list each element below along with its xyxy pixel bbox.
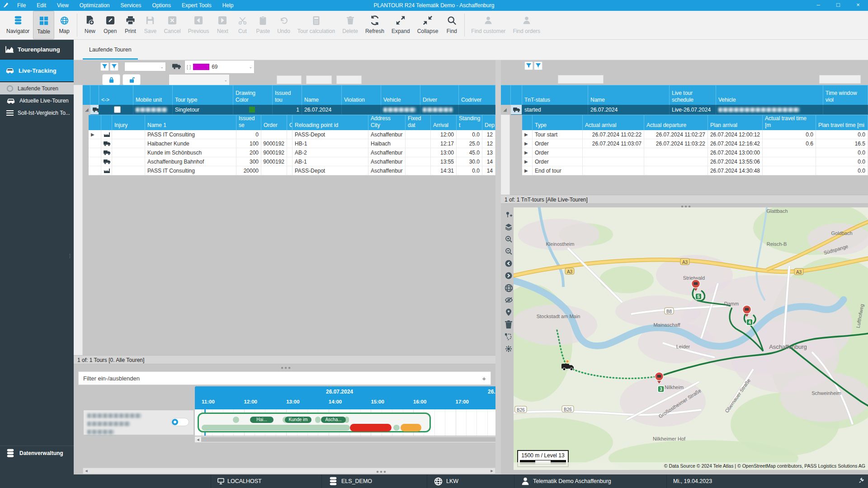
map-tool-settings-icon[interactable]	[505, 345, 513, 353]
gantt-stop-pill[interactable]: Ascha...	[321, 417, 346, 423]
column-filter-dropdown[interactable]: ⌄	[169, 74, 230, 85]
menu-file[interactable]: File	[12, 0, 31, 11]
filter-box[interactable]	[819, 75, 861, 84]
column-header[interactable]: TnT-status	[522, 85, 588, 105]
tour-checkbox[interactable]	[114, 106, 121, 113]
map-tool-hide-layers-icon[interactable]	[505, 296, 513, 304]
column-header[interactable]: Arrival	[431, 115, 457, 130]
map-tool-globe-icon[interactable]	[505, 284, 513, 292]
gantt-tour-bar[interactable]: Hai...Kunde imAscha...	[198, 413, 431, 432]
menu-edit[interactable]: Edit	[31, 0, 52, 11]
expand-icon[interactable]: ▶	[524, 168, 528, 173]
action-button-expand[interactable]: Expand	[388, 11, 414, 39]
event-row[interactable]: ▶Tour start26.07.2024 11:02:2226.07.2024…	[522, 130, 868, 139]
lock-button[interactable]	[102, 74, 120, 85]
column-header[interactable]: Name	[588, 85, 670, 105]
expand-icon[interactable]: ▶	[524, 132, 528, 137]
sidebar-item-live-tracking[interactable]: Live-Tracking	[0, 60, 74, 82]
event-row[interactable]: ▶Order26.07.2024 11:03:0726.07.2024 11:0…	[522, 139, 868, 148]
action-button-open[interactable]: Open	[100, 11, 120, 39]
sidebar-item-aktuelle-live-touren[interactable]: Aktuelle Live-Touren	[0, 94, 74, 107]
column-header[interactable]	[89, 115, 101, 130]
map-canvas[interactable]: GlattbachGoldbachKleinostheimReisch-BSüd…	[514, 207, 868, 470]
close-button[interactable]: ×	[848, 0, 868, 11]
action-button-find[interactable]: Find	[442, 11, 462, 39]
column-header[interactable]: Vehicle	[716, 85, 823, 105]
expanded-icon[interactable]: ◢	[85, 107, 89, 112]
column-header[interactable]: Address City	[368, 115, 406, 130]
column-header[interactable]: Plan arrival	[708, 115, 763, 130]
action-button-refresh[interactable]: Refresh	[362, 11, 388, 39]
filter-check-icon[interactable]	[100, 62, 109, 71]
expand-icon[interactable]: ▶	[524, 159, 528, 164]
sidebar-item-datenverwaltung[interactable]: Datenverwaltung	[0, 446, 74, 460]
gantt-scrollbar[interactable]: ◄	[195, 436, 495, 442]
gantt-stop-pill[interactable]: Hai...	[250, 417, 274, 423]
horizontal-splitter[interactable]: ●●●	[268, 365, 304, 370]
filter-box[interactable]	[558, 75, 604, 84]
column-header[interactable]: Type	[533, 115, 583, 130]
tour-filter-dropdown[interactable]: ⌄	[124, 62, 166, 71]
map-tool-polygon-select-icon[interactable]	[505, 333, 513, 341]
expand-icon[interactable]: ▶	[524, 141, 528, 146]
column-header[interactable]: Drawing Color	[233, 85, 273, 105]
expanded-icon[interactable]: ◢	[503, 107, 507, 112]
column-header[interactable]: <->	[99, 85, 133, 105]
column-header[interactable]: Plan travel time [mi	[816, 115, 868, 130]
column-header[interactable]: Issued se	[236, 115, 261, 130]
gantt-stop-pill[interactable]: Kunde im	[285, 417, 311, 423]
sidebar-grip[interactable]: ⋮	[67, 253, 73, 259]
view-button-navigator[interactable]: Navigator	[3, 11, 33, 39]
unlock-button[interactable]	[123, 74, 141, 85]
event-row[interactable]: ▶End of tour26.07.2024 14:30:480.0	[522, 166, 868, 175]
map-tool-poi-icon[interactable]	[505, 308, 513, 316]
column-header[interactable]	[522, 115, 533, 130]
view-button-table[interactable]: Table	[33, 11, 54, 39]
expand-icon[interactable]: ▶	[91, 132, 94, 137]
column-header[interactable]	[501, 85, 511, 105]
column-header[interactable]: Live tour schedule	[670, 85, 716, 105]
column-header[interactable]	[90, 85, 99, 105]
column-header[interactable]: Injury	[112, 115, 145, 130]
menu-help[interactable]: Help	[217, 0, 239, 11]
sidebar-item-laufende-touren[interactable]: Laufende Touren	[0, 82, 74, 94]
maximize-button[interactable]: □	[828, 0, 848, 11]
tab-laufende-touren[interactable]: Laufende Touren	[83, 40, 138, 60]
stop-row[interactable]: Aschaffenburg Bahnhof3009000192AB-1Ascha…	[89, 157, 495, 166]
map-tool-pan-forward-icon[interactable]	[505, 272, 513, 280]
column-header[interactable]	[101, 115, 112, 130]
map-tool-zoom-in-icon[interactable]	[505, 235, 513, 243]
stop-row[interactable]: ▶PASS IT Consulting0PASS-DepotAschaffenb…	[89, 130, 495, 139]
tour-visibility-toggle[interactable]	[171, 418, 189, 426]
column-header[interactable]: Actual travel time [m	[763, 115, 816, 130]
column-header[interactable]: Time window viol	[823, 85, 868, 105]
map-tool-zoom-out-icon[interactable]	[505, 247, 513, 255]
map-tool-pan-back-icon[interactable]	[505, 259, 513, 267]
filter-check-icon[interactable]	[524, 61, 533, 70]
menu-optimization[interactable]: Optimization	[74, 0, 115, 11]
stop-row[interactable]: Kunde im Schönbusch2009000192AB-2Aschaff…	[89, 148, 495, 157]
vehicle-color-dropdown[interactable]: [ ] 69 ⌄	[184, 60, 255, 74]
gantt-filter-toggle[interactable]: Filter ein-/ausblenden +	[78, 371, 491, 385]
stop-row[interactable]: Haibacher Kunde1009000192HB-1Haibach12:1…	[89, 139, 495, 148]
column-header[interactable]: Mobile unit	[133, 85, 173, 105]
tour-row[interactable]: ◢Singletour126.07.2024	[83, 105, 495, 115]
column-header[interactable]: Violation	[342, 85, 381, 105]
expand-plus-icon[interactable]: +	[482, 375, 486, 382]
sidebar-item-tourenplanung[interactable]: Tourenplanung	[0, 40, 74, 60]
sidebar-item-soll-ist-vergleich-to-[interactable]: Soll-Ist-Vergleich To...	[0, 107, 74, 119]
menu-options[interactable]: Options	[147, 0, 176, 11]
column-header[interactable]: Actual arrival	[583, 115, 644, 130]
expand-icon[interactable]: ▶	[524, 150, 528, 155]
column-header[interactable]: Reloading point id	[292, 115, 368, 130]
filter-box[interactable]	[336, 75, 362, 84]
column-header[interactable]: Driver	[420, 85, 459, 105]
menu-view[interactable]: View	[52, 0, 74, 11]
stop-row[interactable]: PASS IT Consulting20000PASS-DepotAschaff…	[89, 166, 495, 175]
map-tool-route-point-add-icon[interactable]	[505, 211, 513, 219]
column-header[interactable]: Dep	[482, 115, 495, 130]
column-header[interactable]: Codriver	[459, 85, 495, 105]
view-button-map[interactable]: Map	[54, 11, 74, 39]
vertical-splitter[interactable]	[495, 60, 501, 474]
column-header[interactable]: Actual departure	[644, 115, 708, 130]
